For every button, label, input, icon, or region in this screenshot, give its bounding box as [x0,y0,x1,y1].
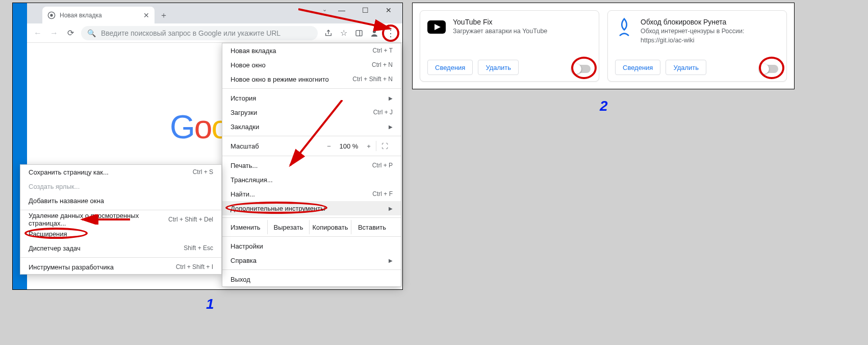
chrome-window: Новая вкладка ✕ ＋ ⌄ — ☐ ✕ ← → ⟳ 🔍 Введит… [12,3,403,290]
menu-zoom: Масштаб − 100 % + ⛶ [222,138,401,154]
menu-cast[interactable]: Трансляция... [222,172,401,187]
menu-incognito[interactable]: Новое окно в режиме инкогнито Ctrl + Shi… [222,72,401,86]
zoom-value: 100 % [336,142,362,150]
toggle-knob [571,64,581,74]
submenu-dev-tools[interactable]: Инструменты разработчика Ctrl + Shift + … [20,260,221,274]
bookmark-star-icon[interactable]: ☆ [336,26,351,41]
back-button[interactable]: ← [30,26,45,41]
extension-desc: Обход интернет-цензуры в России: https:/… [641,27,768,45]
menu-print[interactable]: Печать... Ctrl + P [222,158,401,172]
menu-new-window[interactable]: Новое окно Ctrl + N [222,58,401,72]
maximize-button[interactable]: ☐ [353,3,377,17]
profile-avatar-icon[interactable] [367,26,382,41]
more-tools-submenu: Сохранить страницу как... Ctrl + S Созда… [20,164,222,275]
menu-exit[interactable]: Выход [222,272,401,286]
svg-rect-2 [356,30,362,36]
extension-title: Обход блокировок Рунета [641,18,768,26]
menu-find[interactable]: Найти... Ctrl + F [222,187,401,201]
share-icon[interactable] [321,26,336,41]
toolbar: ← → ⟳ 🔍 Введите поисковый запрос в Googl… [27,23,402,43]
menu-separator [222,136,401,136]
search-icon: 🔍 [87,29,96,37]
extension-icon [615,18,633,36]
forward-button[interactable]: → [46,26,62,41]
extension-card-youtube-fix: YouTube Fix Загружает аватарки на YouTub… [420,10,599,82]
tab-favicon-icon [47,11,56,19]
submenu-save-page[interactable]: Сохранить страницу как... Ctrl + S [20,165,221,179]
extension-title: YouTube Fix [453,18,547,26]
chevron-right-icon: ▶ [389,206,393,211]
extension-details-button[interactable]: Сведения [615,60,660,75]
tab-strip: Новая вкладка ✕ ＋ ⌄ — ☐ ✕ [27,3,402,23]
extensions-panel: YouTube Fix Загружает аватарки на YouTub… [412,3,795,89]
extension-remove-button[interactable]: Удалить [666,60,706,75]
svg-point-4 [373,30,376,33]
tab-search-chevron-icon[interactable]: ⌄ [322,6,327,13]
chrome-main-menu: Новая вкладка Ctrl + T Новое окно Ctrl +… [222,43,401,287]
chevron-right-icon: ▶ [389,95,393,101]
chevron-right-icon: ▶ [389,258,393,263]
new-tab-button[interactable]: ＋ [160,10,168,21]
menu-help[interactable]: Справка ▶ [222,253,401,267]
menu-separator [222,236,401,237]
zoom-out-button[interactable]: − [322,142,336,150]
step-label-2: 2 [600,98,608,114]
svg-point-1 [50,14,53,16]
window-controls: — ☐ ✕ [330,3,400,17]
extension-details-button[interactable]: Сведения [427,60,473,75]
close-tab-icon[interactable]: ✕ [143,11,149,19]
extension-icon [427,18,446,36]
submenu-name-window[interactable]: Добавить название окна [20,193,221,208]
edit-copy-button[interactable]: Копировать [309,220,351,234]
extension-desc: Загружает аватарки на YouTube [453,27,547,36]
menu-new-tab[interactable]: Новая вкладка Ctrl + T [222,43,401,58]
step-label-1: 1 [206,296,214,312]
menu-separator [222,88,401,89]
sidepanel-icon[interactable] [351,26,367,41]
menu-settings[interactable]: Настройки [222,239,401,253]
extension-toggle[interactable] [572,65,591,73]
edit-paste-button[interactable]: Вставить [351,220,393,234]
close-window-button[interactable]: ✕ [377,3,400,17]
omnibox[interactable]: 🔍 Введите поисковый запрос в Google или … [81,26,318,40]
kebab-menu-button[interactable]: ⋮ [382,24,399,42]
submenu-extensions[interactable]: Расширения [20,227,221,241]
extension-card-bypass-runet: Обход блокировок Рунета Обход интернет-ц… [607,10,787,82]
extension-remove-button[interactable]: Удалить [478,60,519,75]
fullscreen-icon[interactable]: ⛶ [376,142,393,150]
submenu-clear-data[interactable]: Удаление данных о просмотренных страница… [20,212,221,227]
submenu-task-manager[interactable]: Диспетчер задач Shift + Esc [20,241,221,255]
zoom-in-button[interactable]: + [362,142,376,150]
minimize-button[interactable]: — [330,3,353,17]
menu-edit-row: Изменить Вырезать Копировать Вставить [222,220,401,234]
edit-cut-button[interactable]: Вырезать [267,220,309,234]
menu-separator [20,257,221,258]
submenu-create-shortcut[interactable]: Создать ярлык... [20,179,221,193]
menu-history[interactable]: История ▶ [222,91,401,105]
menu-separator [222,217,401,218]
menu-separator [222,156,401,156]
menu-separator [20,210,221,210]
extension-toggle[interactable] [760,65,778,73]
menu-bookmarks[interactable]: Закладки ▶ [222,119,401,134]
tab-title: Новая вкладка [60,12,102,19]
reload-button[interactable]: ⟳ [63,26,78,41]
toggle-knob [759,64,769,74]
browser-tab[interactable]: Новая вкладка ✕ [42,7,155,23]
chevron-right-icon: ▶ [389,124,393,130]
omnibox-placeholder: Введите поисковый запрос в Google или ук… [101,29,280,37]
menu-downloads[interactable]: Загрузки Ctrl + J [222,105,401,119]
menu-more-tools[interactable]: Дополнительные инструменты ▶ [222,201,401,215]
menu-separator [222,269,401,270]
